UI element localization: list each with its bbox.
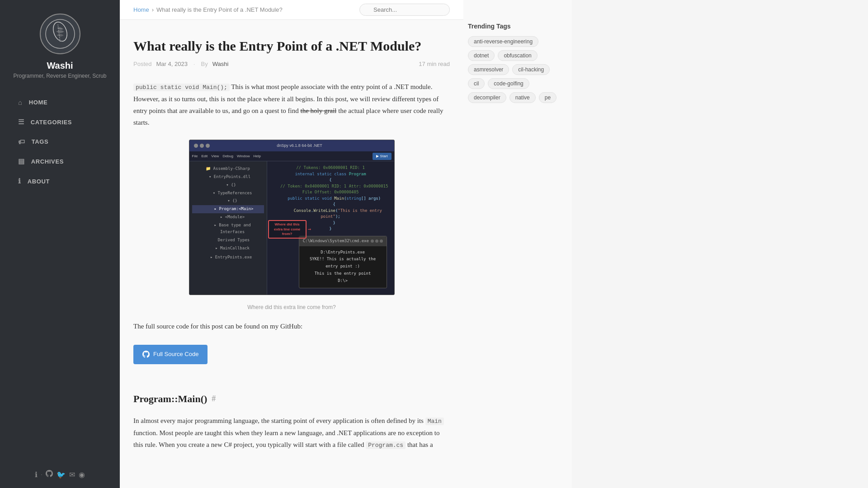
source-code-text: The full source code for this post can b…: [133, 320, 450, 332]
ide-dot-close: [194, 144, 198, 148]
article-intro-paragraph: public static void Main(); This is what …: [133, 81, 450, 129]
ide-screenshot: dnSpy v6.1.8 64-bit .NET FileEditViewDeb…: [189, 140, 395, 296]
ide-tree-item: Derived Types: [192, 236, 264, 244]
ide-tree-item: ▾ {}: [192, 197, 264, 205]
article-meta: Posted Mar 4, 2023 · By Washi 17 min rea…: [133, 61, 450, 67]
ide-title-label: dnSpy v6.1.8 64-bit .NET: [277, 142, 322, 150]
tag-pill[interactable]: code-golfing: [488, 78, 529, 89]
ide-tree-item: ▾ {}: [192, 181, 264, 189]
meta-author: Washi: [212, 61, 229, 67]
article-image-caption: Where did this extra line come from?: [133, 303, 450, 312]
ide-dot-min: [200, 144, 204, 148]
ide-tree-item: 📁 Assembly-CSharp: [192, 165, 264, 173]
ide-titlebar: dnSpy v6.1.8 64-bit .NET: [189, 140, 394, 152]
right-sidebar: Trending Tags anti-reverse-engineeringdo…: [463, 0, 572, 488]
sidebar-item-categories[interactable]: ☰ CATEGORIES: [0, 112, 120, 132]
ide-tree-item: ▸ EntryPoints.exe: [192, 253, 264, 262]
ide-dot-max: [206, 144, 210, 148]
github-icon: [46, 470, 53, 477]
social-separator: ·: [41, 472, 42, 477]
tag-pill[interactable]: cil-hacking: [512, 64, 550, 75]
terminal-titlebar: C:\Windows\System32\cmd.exe: [299, 236, 387, 246]
sidebar-item-tags[interactable]: 🏷 TAGS: [0, 132, 120, 151]
tag-pill[interactable]: native: [509, 92, 536, 103]
github-button-icon: [142, 351, 150, 358]
tag-pill[interactable]: asmresolver: [468, 64, 509, 75]
sidebar-item-categories-label: CATEGORIES: [31, 119, 72, 126]
tag-pill[interactable]: cil: [468, 78, 485, 89]
tag-cloud: anti-reverse-engineeringdotnetobfuscatio…: [468, 36, 563, 103]
terminal-overlay: C:\Windows\System32\cmd.exe D:\EntryPoin…: [299, 236, 387, 289]
home-icon: ⌂: [18, 99, 23, 106]
sidebar: Washi Programmer, Reverse Engineer, Scru…: [0, 0, 120, 488]
section1-anchor[interactable]: #: [212, 392, 216, 406]
main-code-snippet: public static void Main();: [133, 84, 230, 91]
search-input[interactable]: [359, 4, 450, 16]
sidebar-item-about-label: ABOUT: [28, 178, 50, 185]
sidebar-item-home[interactable]: ⌂ HOME: [0, 93, 120, 112]
sidebar-item-home-label: HOME: [29, 99, 48, 106]
meta-date: Mar 4, 2023: [156, 61, 187, 67]
ide-tree-item: ▸ <Module>: [192, 213, 264, 221]
tags-icon: 🏷: [18, 138, 25, 145]
sidebar-item-archives[interactable]: ▤ ARCHIVES: [0, 151, 120, 171]
terminal-line: D:\>: [304, 277, 382, 285]
social-github-link[interactable]: [46, 470, 53, 479]
social-twitter-link[interactable]: 🐦: [57, 470, 66, 479]
ide-right-panel: // Tokens: 0x06000001 RID: 1 internal st…: [267, 161, 394, 295]
archives-icon: ▤: [18, 157, 25, 165]
article-body: public static void Main(); This is what …: [133, 81, 450, 451]
article-strikethrough: the holy grail: [301, 107, 337, 114]
tag-pill[interactable]: decompiler: [468, 92, 506, 103]
avatar: [40, 14, 80, 54]
section1-body: In almost every major programming langua…: [133, 415, 450, 451]
terminal-line: SYKE!! This is actually the entry point …: [304, 256, 382, 270]
article-image-wrap: dnSpy v6.1.8 64-bit .NET FileEditViewDeb…: [133, 140, 450, 299]
section1-heading: Program::Main() #: [133, 390, 450, 408]
terminal-line: This is the entry point: [304, 270, 382, 277]
tag-pill[interactable]: anti-reverse-engineering: [468, 36, 538, 47]
social-rss-link[interactable]: ◉: [79, 470, 85, 479]
social-info-link[interactable]: ℹ: [35, 470, 38, 479]
topbar: Home › What really is the Entry Point of…: [120, 0, 463, 20]
search-wrap: 🔍: [359, 4, 450, 16]
meta-by: By: [201, 61, 208, 67]
article-title: What really is the Entry Point of a .NET…: [133, 38, 450, 54]
breadcrumb-current: What really is the Entry Point of a .NET…: [156, 6, 283, 13]
meta-posted: Posted: [133, 61, 151, 67]
ide-tree-item: ▸ MainCallback: [192, 244, 264, 253]
categories-icon: ☰: [18, 118, 24, 126]
main-inline-code: Main: [425, 418, 444, 425]
feather-icon: [44, 18, 76, 50]
article-content: What really is the Entry Point of a .NET…: [120, 20, 463, 486]
programcs-inline-code: Program.cs: [366, 441, 406, 449]
section1-text3: that has a: [407, 441, 433, 448]
sidebar-item-tags-label: TAGS: [32, 138, 49, 145]
ide-tree-item: ▸ Base type and Interfaces: [192, 221, 264, 237]
annotation-box: Where did this extra line come from?: [268, 220, 307, 239]
ide-tree-item: ▾ EntryPoints.dll: [192, 173, 264, 181]
terminal-line: D:\EntryPoints.exe: [304, 249, 382, 256]
tag-pill[interactable]: dotnet: [468, 50, 495, 61]
annotation-arrow: →: [308, 225, 311, 234]
source-code-button-wrap: Full Source Code: [133, 340, 450, 378]
social-email-link[interactable]: ✉: [69, 470, 75, 479]
sidebar-item-about[interactable]: ℹ ABOUT: [0, 171, 120, 191]
ide-left-panel: 📁 Assembly-CSharp ▾ EntryPoints.dll ▾ {}…: [189, 161, 267, 295]
section1-text1: In almost every major programming langua…: [133, 417, 424, 424]
ide-tree-item: ▾ TypeReferences: [192, 189, 264, 197]
section1-title: Program::Main(): [133, 390, 207, 408]
about-icon: ℹ: [18, 177, 21, 185]
ide-dots: [194, 144, 210, 148]
ide-body: 📁 Assembly-CSharp ▾ EntryPoints.dll ▾ {}…: [189, 161, 394, 295]
tag-pill[interactable]: obfuscation: [498, 50, 537, 61]
ide-toolbar: FileEditViewDebugWindowHelp ▶ Start: [189, 151, 394, 161]
meta-read: 17 min read: [419, 61, 450, 67]
source-code-button[interactable]: Full Source Code: [133, 345, 208, 364]
trending-tags-title: Trending Tags: [468, 23, 563, 30]
sidebar-name: Washi: [47, 61, 73, 71]
source-code-button-label: Full Source Code: [153, 349, 198, 360]
tag-pill[interactable]: pe: [539, 92, 557, 103]
breadcrumb-home[interactable]: Home: [133, 6, 149, 13]
sidebar-subtitle: Programmer, Reverse Engineer, Scrub: [13, 73, 106, 79]
